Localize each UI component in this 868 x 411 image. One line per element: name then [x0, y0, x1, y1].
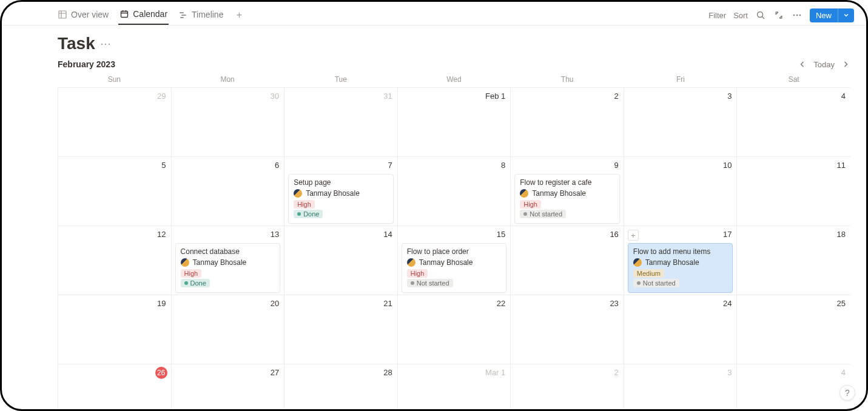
day-number: 10: [723, 161, 732, 170]
day-number: 6: [275, 161, 279, 170]
task-assignee: Tanmay Bhosale: [181, 258, 275, 267]
day-number: 2: [614, 92, 619, 101]
calendar-cell[interactable]: 18: [737, 226, 850, 295]
calendar-cell[interactable]: 15Flow to place orderTanmay BhosaleHighN…: [398, 226, 511, 295]
priority-badge: High: [520, 200, 541, 209]
calendar-cell[interactable]: 24: [624, 295, 738, 364]
calendar-cell[interactable]: 13Connect databaseTanmay BhosaleHighDone: [172, 226, 285, 295]
expand-icon[interactable]: [773, 10, 784, 21]
avatar-icon: [633, 258, 642, 267]
tab-timeline[interactable]: Timeline: [177, 6, 224, 24]
calendar-cell[interactable]: 2: [511, 88, 624, 157]
calendar-cell[interactable]: 27: [172, 364, 285, 411]
calendar-cell[interactable]: 7Setup pageTanmay BhosaleHighDone: [284, 157, 398, 226]
task-card[interactable]: Flow to add menu itemsTanmay BhosaleMedi…: [628, 243, 733, 293]
task-title: Setup page: [294, 178, 388, 187]
add-task-button[interactable]: +: [628, 230, 639, 241]
calendar-cell[interactable]: 14: [284, 226, 398, 295]
priority-badge: High: [294, 200, 315, 209]
calendar-cell[interactable]: 11: [737, 157, 850, 226]
calendar-cell[interactable]: 6: [172, 157, 285, 226]
svg-rect-3: [121, 12, 128, 18]
calendar-cell[interactable]: 2: [511, 364, 624, 411]
task-assignee: Tanmay Bhosale: [633, 258, 728, 267]
day-number: 11: [837, 161, 846, 170]
day-number: Feb 1: [485, 92, 505, 101]
assignee-name: Tanmay Bhosale: [193, 258, 247, 267]
calendar-cell[interactable]: Mar 1: [398, 364, 511, 411]
calendar-cell[interactable]: 26: [58, 364, 172, 411]
calendar-cell[interactable]: 10: [624, 157, 738, 226]
calendar-cell[interactable]: 9Flow to register a cafeTanmay BhosaleHi…: [511, 157, 624, 226]
svg-line-11: [762, 17, 764, 19]
day-number: 5: [161, 161, 166, 170]
status-badge: Done: [181, 279, 210, 287]
new-button-label: New: [810, 8, 838, 22]
today-button[interactable]: Today: [813, 60, 835, 69]
assignee-name: Tanmay Bhosale: [306, 189, 360, 198]
dow-tue: Tue: [284, 73, 397, 87]
dow-sun: Sun: [58, 73, 171, 87]
calendar-cell[interactable]: 16: [511, 226, 624, 295]
calendar-cell[interactable]: 3: [624, 88, 738, 157]
calendar-cell[interactable]: 28: [284, 364, 398, 411]
calendar-cell[interactable]: 30: [172, 88, 285, 157]
title-more-icon[interactable]: ⋯: [100, 37, 111, 50]
task-title: Connect database: [181, 247, 275, 256]
day-number: 17: [723, 230, 732, 239]
svg-point-12: [793, 15, 795, 16]
status-label: Not started: [530, 210, 562, 218]
calendar-cell[interactable]: Feb 1: [398, 88, 511, 157]
search-icon[interactable]: [755, 10, 766, 21]
sort-button[interactable]: Sort: [733, 11, 748, 20]
page-title: Task: [58, 34, 95, 53]
task-card[interactable]: Connect databaseTanmay BhosaleHighDone: [175, 243, 281, 293]
new-button[interactable]: New: [810, 8, 854, 22]
task-card[interactable]: Flow to register a cafeTanmay BhosaleHig…: [514, 174, 620, 224]
priority-badge: High: [181, 269, 202, 278]
day-number: 25: [837, 299, 846, 308]
calendar-cell[interactable]: 21: [284, 295, 398, 364]
status-label: Not started: [643, 279, 676, 287]
calendar-cell[interactable]: 31: [284, 88, 398, 157]
calendar-cell[interactable]: 4: [737, 88, 850, 157]
calendar-cell[interactable]: 25: [737, 295, 850, 364]
task-card[interactable]: Setup pageTanmay BhosaleHighDone: [288, 174, 394, 224]
next-month-button[interactable]: [841, 59, 850, 69]
month-label: February 2023: [58, 59, 115, 69]
dow-fri: Fri: [624, 73, 738, 87]
filter-button[interactable]: Filter: [708, 11, 726, 20]
calendar-cell[interactable]: 8: [398, 157, 511, 226]
tab-overview[interactable]: Over view: [56, 6, 110, 24]
calendar-cell[interactable]: 12: [58, 226, 172, 295]
day-number: 21: [383, 299, 392, 308]
calendar-cell[interactable]: 3: [624, 364, 738, 411]
status-dot-icon: [184, 281, 188, 285]
calendar-cell[interactable]: 29: [58, 88, 172, 157]
calendar-cell[interactable]: 17+Flow to add menu itemsTanmay BhosaleM…: [624, 226, 738, 295]
day-number: 18: [837, 230, 846, 239]
calendar-cell[interactable]: 20: [172, 295, 285, 364]
tab-overview-label: Over view: [71, 10, 109, 19]
day-number: 3: [727, 368, 732, 377]
tab-calendar[interactable]: Calendar: [118, 5, 169, 25]
add-view-button[interactable]: +: [233, 9, 245, 21]
task-card[interactable]: Flow to place orderTanmay BhosaleHighNot…: [402, 243, 507, 293]
prev-month-button[interactable]: [798, 59, 807, 69]
new-button-chevron[interactable]: [838, 8, 854, 22]
day-number: 8: [501, 161, 505, 170]
day-number: 26: [155, 367, 167, 379]
help-button[interactable]: ?: [839, 385, 855, 401]
day-number: 23: [610, 299, 618, 308]
tab-calendar-label: Calendar: [133, 9, 167, 19]
task-assignee: Tanmay Bhosale: [520, 189, 614, 198]
status-dot-icon: [523, 212, 527, 216]
calendar-cell[interactable]: 19: [58, 295, 172, 364]
calendar-cell[interactable]: 23: [511, 295, 624, 364]
tab-timeline-label: Timeline: [192, 10, 223, 19]
calendar-cell[interactable]: 22: [398, 295, 511, 364]
status-label: Done: [190, 279, 206, 287]
calendar-cell[interactable]: 5: [58, 157, 172, 226]
more-icon[interactable]: [792, 10, 802, 21]
calendar-cell[interactable]: 4: [737, 364, 850, 411]
